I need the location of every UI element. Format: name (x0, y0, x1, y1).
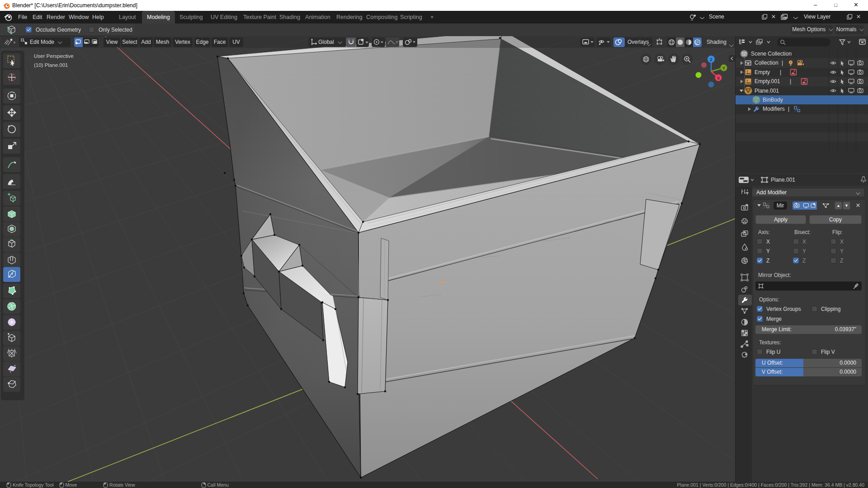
svg-text:|: | (780, 69, 781, 75)
svg-text:|: | (788, 106, 789, 112)
svg-text:|: | (782, 60, 783, 66)
svg-text:|: | (790, 78, 791, 84)
svg-text:Empty: Empty (755, 69, 770, 75)
svg-text:Z: Z (710, 57, 712, 62)
svg-text:Collection: Collection (755, 60, 778, 66)
svg-text:Y: Y (722, 66, 725, 70)
svg-text:X: X (717, 76, 720, 80)
svg-text:Modifiers: Modifiers (763, 106, 785, 112)
svg-text:BinBody: BinBody (763, 97, 783, 103)
svg-text:Scene Collection: Scene Collection (751, 51, 792, 57)
svg-text:Plane.001: Plane.001 (755, 88, 779, 94)
svg-text:Empty.001: Empty.001 (755, 78, 780, 84)
